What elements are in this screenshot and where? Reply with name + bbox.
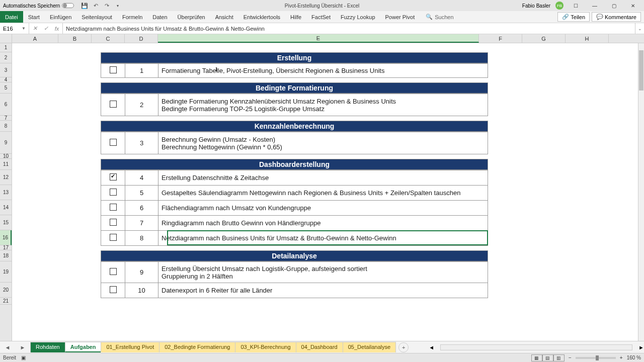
checkbox-task-6[interactable] <box>110 204 117 211</box>
checkbox-task-4[interactable] <box>110 173 117 180</box>
tab-daten[interactable]: Daten <box>147 11 172 23</box>
row-header-21[interactable]: 21 <box>0 298 12 305</box>
row-header-16[interactable]: 16 <box>0 230 12 245</box>
enter-formula-icon[interactable]: ✓ <box>40 23 51 34</box>
new-sheet-button[interactable]: + <box>398 342 409 352</box>
redo-icon[interactable]: ↷ <box>103 2 110 9</box>
row-header-11[interactable]: 11 <box>0 159 12 170</box>
view-break-icon[interactable]: ▥ <box>553 354 565 361</box>
row-header-14[interactable]: 14 <box>0 200 12 215</box>
name-box[interactable]: E16 ▼ <box>0 23 29 34</box>
fx-icon[interactable]: fx <box>51 23 62 34</box>
undo-icon[interactable]: ↶ <box>92 2 99 9</box>
checkbox-task-5[interactable] <box>110 189 117 196</box>
row-header-10[interactable]: 10 <box>0 154 12 159</box>
close-icon[interactable]: ✕ <box>626 2 640 10</box>
minimize-icon[interactable]: — <box>588 2 602 10</box>
checkbox-task-8[interactable] <box>110 234 117 241</box>
row-header-7[interactable]: 7 <box>0 116 12 121</box>
row-header-9[interactable]: 9 <box>0 132 12 154</box>
checkbox-task-9[interactable] <box>110 268 117 275</box>
view-page-icon[interactable]: ▤ <box>542 354 553 361</box>
column-header-C[interactable]: C <box>92 34 125 43</box>
row-header-3[interactable]: 3 <box>0 63 12 77</box>
zoom-level[interactable]: 160 % <box>627 355 641 360</box>
scrollbar-track[interactable] <box>440 344 632 350</box>
checkbox-task-7[interactable] <box>110 219 117 226</box>
sheet-tab-04-dashboard[interactable]: 04_Dashboard <box>296 342 343 352</box>
scrollbar-thumb[interactable] <box>639 50 643 90</box>
sheet-tab-01-erstellung-pivot[interactable]: 01_Erstellung Pivot <box>101 342 159 352</box>
avatar[interactable]: FB <box>555 2 564 10</box>
search-box[interactable]: 🔍 Suchen <box>426 14 453 20</box>
sheet-nav[interactable]: ◄ ► <box>0 344 30 350</box>
zoom-in-icon[interactable]: + <box>620 355 623 360</box>
qat-dropdown-icon[interactable]: ▾ <box>114 2 121 9</box>
cancel-formula-icon[interactable]: ✕ <box>29 23 40 34</box>
nav-prev-icon[interactable]: ◄ <box>5 344 11 350</box>
sheet-tab-05-detailanalyse[interactable]: 05_Detailanalyse <box>343 342 396 352</box>
cells-area[interactable]: Erstellung 1 Formatierung Tabelle, Pivot… <box>12 43 644 341</box>
row-header-15[interactable]: 15 <box>0 215 12 230</box>
tab-entwicklertools[interactable]: Entwicklertools <box>238 11 285 23</box>
column-header-F[interactable]: F <box>479 34 522 43</box>
scroll-left-icon[interactable]: ◄ <box>429 344 434 350</box>
tab-hilfe[interactable]: Hilfe <box>285 11 306 23</box>
row-header-8[interactable]: 8 <box>0 121 12 132</box>
tab-file[interactable]: Datei <box>0 11 23 23</box>
zoom-slider[interactable] <box>576 357 616 359</box>
column-header-A[interactable]: A <box>12 34 58 43</box>
expand-formula-icon[interactable]: ⌄ <box>635 23 644 34</box>
save-icon[interactable]: 💾 <box>81 2 88 9</box>
share-button[interactable]: 🔗Teilen <box>557 12 590 22</box>
sheet-tab-02-bedingte-formatierung[interactable]: 02_Bedingte Formatierung <box>159 342 235 352</box>
select-all-corner[interactable] <box>0 34 12 43</box>
chevron-down-icon[interactable]: ▼ <box>22 26 26 31</box>
scroll-right-icon[interactable]: ► <box>638 344 644 350</box>
view-normal-icon[interactable]: ▦ <box>531 354 542 361</box>
tab-start[interactable]: Start <box>23 11 45 23</box>
comments-button[interactable]: 💬Kommentare <box>592 12 641 22</box>
toggle-icon[interactable] <box>62 3 74 8</box>
column-header-B[interactable]: B <box>58 34 92 43</box>
nav-next-icon[interactable]: ► <box>20 344 26 350</box>
column-header-H[interactable]: H <box>566 34 609 43</box>
checkbox-task-10[interactable] <box>110 286 117 293</box>
tab-einfügen[interactable]: Einfügen <box>45 11 76 23</box>
tab-power pivot[interactable]: Power Pivot <box>380 11 420 23</box>
row-header-17[interactable]: 17 <box>0 245 12 250</box>
tab-ansicht[interactable]: Ansicht <box>210 11 238 23</box>
column-header-G[interactable]: G <box>522 34 566 43</box>
macro-record-icon[interactable]: ▣ <box>21 355 26 360</box>
row-header-12[interactable]: 12 <box>0 170 12 185</box>
tab-überprüfen[interactable]: Überprüfen <box>173 11 210 23</box>
horizontal-scrollbar[interactable]: ◄ ► <box>429 344 644 350</box>
column-header-D[interactable]: D <box>125 34 158 43</box>
formula-input[interactable]: Netzdiagramm nach Business Units für Ums… <box>63 26 635 32</box>
row-header-4[interactable]: 4 <box>0 77 12 82</box>
sheet-tab-03-kpi-berechnung[interactable]: 03_KPI-Berechnung <box>235 342 296 352</box>
tab-seitenlayout[interactable]: Seitenlayout <box>76 11 117 23</box>
username[interactable]: Fabio Basler <box>522 3 550 9</box>
ribbon-options-icon[interactable]: ☐ <box>569 2 583 10</box>
tab-factset[interactable]: FactSet <box>306 11 336 23</box>
checkbox-task-1[interactable] <box>110 66 117 73</box>
row-header-5[interactable]: 5 <box>0 82 12 94</box>
row-header-6[interactable]: 6 <box>0 94 12 116</box>
row-header-1[interactable]: 1 <box>0 43 12 52</box>
zoom-out-icon[interactable]: − <box>569 355 572 360</box>
row-header-20[interactable]: 20 <box>0 283 12 298</box>
row-header-2[interactable]: 2 <box>0 52 12 63</box>
autosave-toggle[interactable]: Automatisches Speichern <box>0 3 77 9</box>
checkbox-task-3[interactable] <box>110 139 117 146</box>
sheet-tab-aufgaben[interactable]: Aufgaben <box>65 342 102 352</box>
spreadsheet-grid[interactable]: ABCDEFGH 1234567891011121314151617181920… <box>0 34 644 341</box>
row-header-13[interactable]: 13 <box>0 185 12 200</box>
maximize-icon[interactable]: ▢ <box>607 2 621 10</box>
tab-formeln[interactable]: Formeln <box>117 11 147 23</box>
row-header-19[interactable]: 19 <box>0 261 12 283</box>
vertical-scrollbar[interactable] <box>638 43 644 341</box>
column-header-E[interactable]: E <box>158 34 479 43</box>
sheet-tab-rohdaten[interactable]: Rohdaten <box>30 342 65 352</box>
tab-fuzzy lookup[interactable]: Fuzzy Lookup <box>336 11 380 23</box>
